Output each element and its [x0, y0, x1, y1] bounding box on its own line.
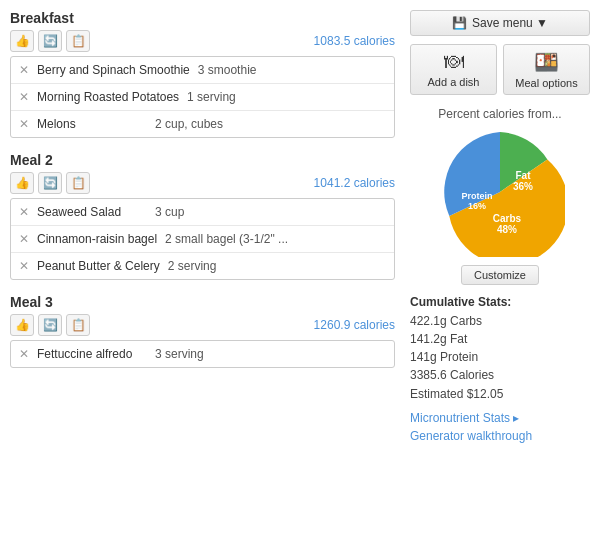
item-serving: 3 cup: [155, 205, 184, 219]
item-serving: 2 cup, cubes: [155, 117, 223, 131]
meal-items-meal3: ✕Fettuccine alfredo3 serving: [10, 340, 395, 368]
left-panel: Breakfast👍🔄📋1083.5 calories✕Berry and Sp…: [10, 10, 405, 447]
micronutrient-link[interactable]: Micronutrient Stats ▸: [410, 411, 590, 425]
meal-options-label: Meal options: [515, 77, 577, 89]
meal-toolbar-meal3: 👍🔄📋1260.9 calories: [10, 314, 395, 336]
item-name: Seaweed Salad: [37, 205, 147, 219]
action-buttons: 🍽 Add a dish 🍱 Meal options: [410, 44, 590, 95]
meal-section-breakfast: Breakfast👍🔄📋1083.5 calories✕Berry and Sp…: [10, 10, 395, 138]
customize-button[interactable]: Customize: [461, 265, 539, 285]
remove-item-button[interactable]: ✕: [19, 90, 29, 104]
meal-toolbar-meal2: 👍🔄📋1041.2 calories: [10, 172, 395, 194]
meal-items-meal2: ✕Seaweed Salad3 cup✕Cinnamon-raisin bage…: [10, 198, 395, 280]
add-dish-button[interactable]: 🍽 Add a dish: [410, 44, 497, 95]
save-icon: 💾: [452, 16, 467, 30]
item-name: Berry and Spinach Smoothie: [37, 63, 190, 77]
stats-section: Cumulative Stats: 422.1g Carbs141.2g Fat…: [410, 295, 590, 401]
add-dish-label: Add a dish: [428, 76, 480, 88]
item-name: Cinnamon-raisin bagel: [37, 232, 157, 246]
thumbsup-icon-meal3[interactable]: 👍: [10, 314, 34, 336]
meal-items-breakfast: ✕Berry and Spinach Smoothie3 smoothie✕Mo…: [10, 56, 395, 138]
item-serving: 2 small bagel (3-1/2" ...: [165, 232, 288, 246]
clipboard-icon-meal2[interactable]: 📋: [66, 172, 90, 194]
svg-text:36%: 36%: [513, 181, 533, 192]
table-row: ✕Melons2 cup, cubes: [11, 111, 394, 137]
save-menu-label: Save menu ▼: [472, 16, 548, 30]
chart-title: Percent calories from...: [410, 107, 590, 121]
chart-section: Percent calories from... Fat 36% Carbs: [410, 107, 590, 285]
meal-title-meal3: Meal 3: [10, 294, 395, 310]
refresh-icon-breakfast[interactable]: 🔄: [38, 30, 62, 52]
right-panel: 💾 Save menu ▼ 🍽 Add a dish 🍱 Meal option…: [405, 10, 590, 447]
stats-line: 422.1g Carbs: [410, 312, 590, 330]
stats-line: 3385.6 Calories: [410, 366, 590, 384]
item-serving: 3 serving: [155, 347, 204, 361]
remove-item-button[interactable]: ✕: [19, 259, 29, 273]
meal-section-meal2: Meal 2👍🔄📋1041.2 calories✕Seaweed Salad3 …: [10, 152, 395, 280]
item-serving: 2 serving: [168, 259, 217, 273]
meal-section-meal3: Meal 3👍🔄📋1260.9 calories✕Fettuccine alfr…: [10, 294, 395, 368]
add-dish-icon: 🍽: [444, 50, 464, 73]
remove-item-button[interactable]: ✕: [19, 232, 29, 246]
remove-item-button[interactable]: ✕: [19, 347, 29, 361]
remove-item-button[interactable]: ✕: [19, 205, 29, 219]
stats-title: Cumulative Stats:: [410, 295, 590, 309]
table-row: ✕Peanut Butter & Celery2 serving: [11, 253, 394, 279]
svg-text:Carbs: Carbs: [493, 213, 522, 224]
table-row: ✕Seaweed Salad3 cup: [11, 199, 394, 226]
item-name: Fettuccine alfredo: [37, 347, 147, 361]
svg-text:Protein: Protein: [461, 191, 492, 201]
meal-options-button[interactable]: 🍱 Meal options: [503, 44, 590, 95]
stats-line: 141.2g Fat: [410, 330, 590, 348]
calories-meal3: 1260.9 calories: [314, 318, 395, 332]
meal-title-breakfast: Breakfast: [10, 10, 395, 26]
calories-meal2: 1041.2 calories: [314, 176, 395, 190]
remove-item-button[interactable]: ✕: [19, 117, 29, 131]
table-row: ✕Cinnamon-raisin bagel2 small bagel (3-1…: [11, 226, 394, 253]
item-name: Peanut Butter & Celery: [37, 259, 160, 273]
pie-chart: Fat 36% Carbs 48% Protein 16%: [410, 127, 590, 257]
svg-text:48%: 48%: [497, 224, 517, 235]
refresh-icon-meal3[interactable]: 🔄: [38, 314, 62, 336]
stats-line: 141g Protein: [410, 348, 590, 366]
estimated-cost: Estimated $12.05: [410, 387, 590, 401]
table-row: ✕Fettuccine alfredo3 serving: [11, 341, 394, 367]
table-row: ✕Berry and Spinach Smoothie3 smoothie: [11, 57, 394, 84]
clipboard-icon-breakfast[interactable]: 📋: [66, 30, 90, 52]
refresh-icon-meal2[interactable]: 🔄: [38, 172, 62, 194]
calories-breakfast: 1083.5 calories: [314, 34, 395, 48]
item-name: Morning Roasted Potatoes: [37, 90, 179, 104]
thumbsup-icon-breakfast[interactable]: 👍: [10, 30, 34, 52]
remove-item-button[interactable]: ✕: [19, 63, 29, 77]
save-menu-button[interactable]: 💾 Save menu ▼: [410, 10, 590, 36]
item-serving: 3 smoothie: [198, 63, 257, 77]
thumbsup-icon-meal2[interactable]: 👍: [10, 172, 34, 194]
svg-text:16%: 16%: [468, 201, 486, 211]
item-serving: 1 serving: [187, 90, 236, 104]
svg-text:Fat: Fat: [516, 170, 532, 181]
clipboard-icon-meal3[interactable]: 📋: [66, 314, 90, 336]
meal-options-icon: 🍱: [534, 50, 559, 74]
item-name: Melons: [37, 117, 147, 131]
meal-title-meal2: Meal 2: [10, 152, 395, 168]
generator-walkthrough-link[interactable]: Generator walkthrough: [410, 429, 590, 443]
stats-lines: 422.1g Carbs141.2g Fat141g Protein3385.6…: [410, 312, 590, 384]
meal-toolbar-breakfast: 👍🔄📋1083.5 calories: [10, 30, 395, 52]
table-row: ✕Morning Roasted Potatoes1 serving: [11, 84, 394, 111]
